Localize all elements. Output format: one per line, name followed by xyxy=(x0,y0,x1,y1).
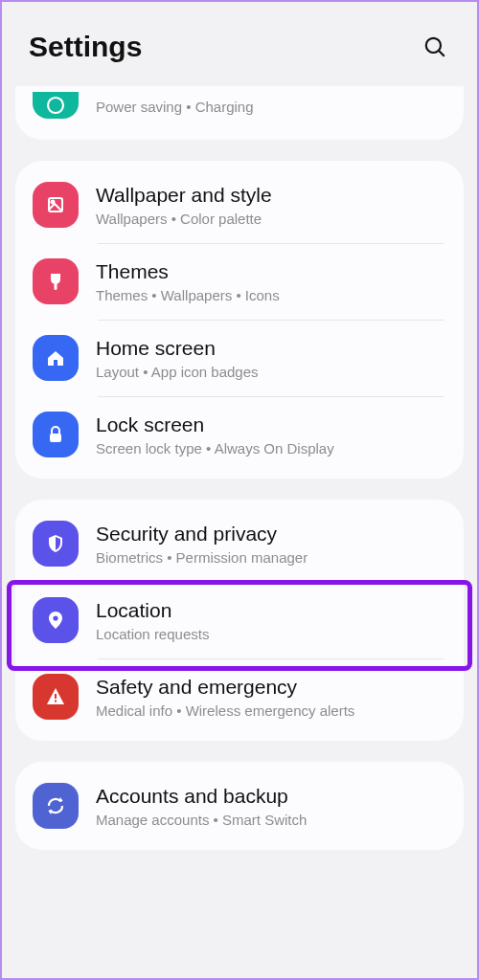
settings-item-text: Location Location requests xyxy=(96,598,445,641)
settings-item-text: Security and privacy Biometrics • Permis… xyxy=(96,522,445,565)
shield-icon xyxy=(33,521,79,567)
settings-item-sub: Screen lock type • Always On Display xyxy=(96,440,445,457)
settings-item-battery[interactable]: Power saving • Charging xyxy=(15,92,464,134)
settings-item-security[interactable]: Security and privacy Biometrics • Permis… xyxy=(15,505,464,582)
settings-item-text: Themes Themes • Wallpapers • Icons xyxy=(96,259,445,302)
settings-item-title: Home screen xyxy=(96,336,445,361)
settings-item-sub: Wallpapers • Color palette xyxy=(96,211,445,227)
settings-item-sub: Location requests xyxy=(96,626,445,642)
settings-group-accounts: Accounts and backup Manage accounts • Sm… xyxy=(15,762,464,850)
header: Settings xyxy=(2,2,477,86)
settings-item-accounts[interactable]: Accounts and backup Manage accounts • Sm… xyxy=(15,768,464,844)
svg-rect-5 xyxy=(55,283,57,290)
settings-item-text: Lock screen Screen lock type • Always On… xyxy=(96,412,445,456)
settings-item-text: Power saving • Charging xyxy=(96,97,445,115)
settings-item-title: Lock screen xyxy=(96,412,445,437)
alert-icon xyxy=(33,674,79,720)
sync-icon xyxy=(33,783,79,829)
settings-item-sub: Biometrics • Permission manager xyxy=(96,549,445,566)
page-title: Settings xyxy=(29,31,142,63)
settings-item-sub: Themes • Wallpapers • Icons xyxy=(96,287,445,303)
settings-item-title: Accounts and backup xyxy=(96,784,445,809)
settings-item-title: Wallpaper and style xyxy=(96,183,445,208)
settings-item-safety[interactable]: Safety and emergency Medical info • Wire… xyxy=(15,658,464,735)
lock-icon xyxy=(33,412,79,457)
settings-item-wallpaper[interactable]: Wallpaper and style Wallpapers • Color p… xyxy=(15,167,464,243)
svg-rect-9 xyxy=(55,694,57,699)
search-icon xyxy=(422,34,447,59)
settings-item-location[interactable]: Location Location requests xyxy=(15,582,464,658)
svg-rect-6 xyxy=(54,360,57,366)
svg-line-1 xyxy=(439,51,444,56)
settings-group-display: Wallpaper and style Wallpapers • Color p… xyxy=(15,161,464,479)
themes-icon xyxy=(33,258,79,304)
svg-point-4 xyxy=(52,201,55,204)
settings-item-text: Safety and emergency Medical info • Wire… xyxy=(96,675,445,718)
search-button[interactable] xyxy=(420,32,450,62)
settings-item-lock[interactable]: Lock screen Screen lock type • Always On… xyxy=(15,396,464,473)
settings-item-sub: Medical info • Wireless emergency alerts xyxy=(96,702,445,719)
settings-item-themes[interactable]: Themes Themes • Wallpapers • Icons xyxy=(15,243,464,320)
settings-item-home[interactable]: Home screen Layout • App icon badges xyxy=(15,320,464,396)
settings-item-sub: Layout • App icon badges xyxy=(96,364,445,380)
settings-item-title: Themes xyxy=(96,259,445,284)
svg-point-0 xyxy=(426,38,441,53)
battery-icon xyxy=(33,92,79,119)
location-icon xyxy=(33,597,79,643)
settings-item-title: Security and privacy xyxy=(96,522,445,546)
svg-point-2 xyxy=(48,98,63,113)
settings-group-security: Security and privacy Biometrics • Permis… xyxy=(15,500,464,741)
settings-item-title: Location xyxy=(96,598,445,623)
settings-group-battery: Power saving • Charging xyxy=(15,86,464,140)
settings-item-text: Wallpaper and style Wallpapers • Color p… xyxy=(96,183,445,226)
wallpaper-icon xyxy=(33,182,79,228)
home-icon xyxy=(33,335,79,381)
svg-rect-7 xyxy=(50,434,61,442)
svg-point-8 xyxy=(53,615,57,620)
settings-item-sub: Manage accounts • Smart Switch xyxy=(96,812,445,828)
settings-item-text: Accounts and backup Manage accounts • Sm… xyxy=(96,784,445,827)
settings-item-sub: Power saving • Charging xyxy=(96,99,445,115)
settings-item-text: Home screen Layout • App icon badges xyxy=(96,336,445,379)
svg-rect-10 xyxy=(55,701,57,702)
settings-item-title: Safety and emergency xyxy=(96,675,445,700)
